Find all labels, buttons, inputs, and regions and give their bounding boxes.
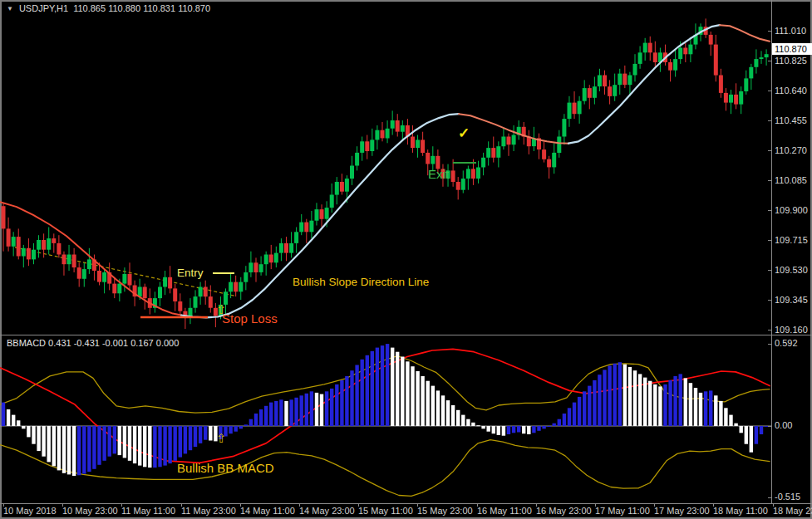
- price-axis-label: 110.085: [775, 175, 807, 185]
- ohlc-header: ▼USDJPY,H1 110.865 110.880 110.831 110.8…: [7, 3, 210, 13]
- exit-label: Exit: [428, 167, 450, 181]
- bbmacd-indicator-canvas[interactable]: Bullish BB MACD⇧: [0, 336, 812, 502]
- bullish-bbmacd-label: Bullish BB MACD: [177, 461, 274, 475]
- symbol-expand-icon[interactable]: ▼: [7, 5, 13, 12]
- bbmacd-buy-arrow: ⇧: [216, 431, 227, 445]
- main-chart-canvas[interactable]: EntryBullish Slope Direction LineStop Lo…: [0, 0, 812, 335]
- slope-direction-line: [0, 25, 770, 317]
- price-axis-label: 110.640: [775, 86, 807, 95]
- slope-direction-label: Bullish Slope Direction Line: [293, 276, 429, 288]
- entry-label: Entry: [177, 267, 204, 279]
- indicator-scale-label: -0.515: [775, 492, 800, 502]
- price-axis-label: 109.345: [775, 295, 808, 305]
- time-axis-label: 17 May 11:00: [595, 506, 650, 516]
- current-price-label: 110.870: [772, 43, 812, 55]
- checkmark: ✓: [458, 125, 470, 141]
- price-axis-label: 111.010: [775, 26, 806, 36]
- time-axis-label: 14 May 11:00: [240, 506, 295, 516]
- buy-arrow: ⇧: [216, 302, 227, 316]
- time-axis-label: 15 May 11:00: [358, 506, 413, 516]
- time-axis-label: 18 May 11:00: [713, 506, 768, 516]
- price-axis-label: 110.825: [775, 56, 807, 66]
- price-axis-label: 109.530: [775, 265, 808, 275]
- time-axis-label: 11 May 11:00: [121, 506, 175, 516]
- macd-histogram: [2, 344, 769, 476]
- ohlc-values: 110.865 110.880 110.831 110.870: [73, 3, 210, 13]
- indicator-header: BBMACD 0.431 -0.431 -0.001 0.167 0.000: [7, 338, 179, 348]
- time-axis-label: 10 May 2018: [3, 506, 57, 516]
- time-axis-label: 10 May 23:00: [62, 506, 118, 516]
- price-axis-label: 110.270: [775, 145, 807, 155]
- stop-loss-label: Stop Loss: [222, 311, 278, 326]
- time-axis-label: 16 May 23:00: [536, 506, 592, 516]
- symbol-label: USDJPY,H1: [19, 3, 68, 13]
- price-axis-label: 109.160: [775, 325, 808, 335]
- time-axis-label: 17 May 23:00: [654, 506, 710, 516]
- time-axis-label: 16 May 11:00: [477, 506, 532, 516]
- time-axis-label: 14 May 23:00: [299, 506, 355, 516]
- time-axis-label: 18 May 23:00: [773, 506, 812, 516]
- price-axis-label: 109.900: [775, 205, 808, 215]
- time-axis-label: 11 May 23:00: [181, 506, 236, 516]
- time-axis-label: 15 May 23:00: [417, 506, 473, 516]
- indicator-scale-label: 0.00: [775, 420, 792, 430]
- indicator-scale-label: 0.592: [775, 338, 798, 348]
- price-axis-label: 110.455: [775, 115, 807, 125]
- indicator-separator[interactable]: [0, 335, 812, 335]
- price-axis-border: [771, 0, 772, 503]
- mt4-chart-window: EntryBullish Slope Direction LineStop Lo…: [0, 0, 812, 519]
- price-axis-label: 109.715: [775, 235, 808, 245]
